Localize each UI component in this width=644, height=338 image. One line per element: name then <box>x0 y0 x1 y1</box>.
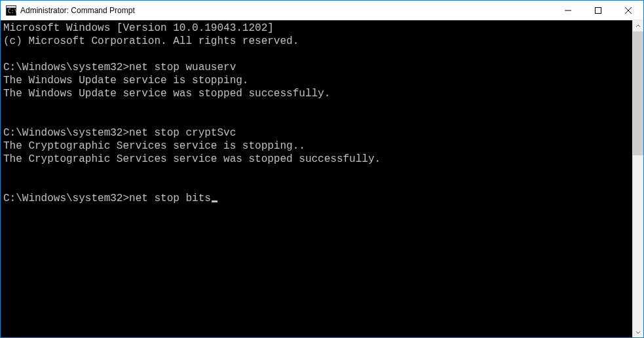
command-text: net stop bits <box>129 193 211 204</box>
terminal-line <box>3 179 630 192</box>
prompt-text: C:\Windows\system32> <box>3 193 129 204</box>
minimize-button[interactable] <box>553 1 583 20</box>
svg-rect-1 <box>7 6 16 8</box>
terminal-prompt-line: C:\Windows\system32>net stop bits <box>3 192 630 205</box>
minimize-icon <box>565 7 571 14</box>
titlebar[interactable]: C:\ Administrator: Command Prompt <box>1 1 643 20</box>
terminal-line: The Windows Update service was stopped s… <box>3 87 630 100</box>
prompt-text: C:\Windows\system32> <box>3 62 129 73</box>
terminal-area: Microsoft Windows [Version 10.0.19043.12… <box>1 20 643 337</box>
terminal-line <box>3 113 630 126</box>
terminal-line: Microsoft Windows [Version 10.0.19043.12… <box>3 22 630 35</box>
chevron-down-icon <box>635 329 641 335</box>
terminal-line <box>3 100 630 113</box>
terminal-line: The Windows Update service is stopping. <box>3 74 630 87</box>
terminal-line <box>3 166 630 179</box>
maximize-icon <box>595 7 601 14</box>
vertical-scrollbar[interactable] <box>632 20 643 337</box>
close-button[interactable] <box>613 1 643 20</box>
window-title: Administrator: Command Prompt <box>20 6 553 15</box>
svg-text:C:\: C:\ <box>8 9 16 14</box>
terminal-line <box>3 48 630 61</box>
terminal-line: The Cryptographic Services service was s… <box>3 153 630 166</box>
terminal-prompt-line: C:\Windows\system32>net stop wuauserv <box>3 61 630 74</box>
command-text: net stop wuauserv <box>129 62 236 73</box>
chevron-up-icon <box>635 24 641 29</box>
scroll-down-button[interactable] <box>633 326 643 337</box>
cmd-icon: C:\ <box>6 5 16 16</box>
close-icon <box>625 7 632 14</box>
text-cursor <box>212 200 218 202</box>
terminal-output[interactable]: Microsoft Windows [Version 10.0.19043.12… <box>1 20 632 337</box>
window-controls <box>553 1 643 20</box>
terminal-line: The Cryptographic Services service is st… <box>3 140 630 153</box>
command-prompt-window: C:\ Administrator: Command Prompt <box>0 0 644 338</box>
maximize-button[interactable] <box>583 1 613 20</box>
scrollbar-track[interactable] <box>633 31 643 326</box>
terminal-prompt-line: C:\Windows\system32>net stop cryptSvc <box>3 126 630 140</box>
scrollbar-thumb[interactable] <box>633 31 643 155</box>
command-text: net stop cryptSvc <box>129 127 236 139</box>
terminal-line: (c) Microsoft Corporation. All rights re… <box>3 35 630 48</box>
svg-rect-4 <box>596 7 601 13</box>
prompt-text: C:\Windows\system32> <box>3 127 129 139</box>
scroll-up-button[interactable] <box>633 20 643 31</box>
